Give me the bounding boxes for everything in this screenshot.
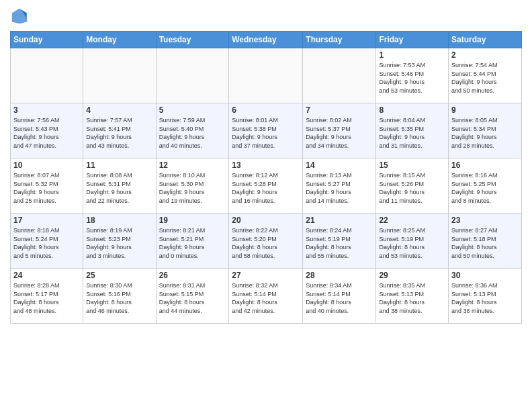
calendar-cell: 7Sunrise: 8:02 AM Sunset: 5:37 PM Daylig… <box>303 103 376 158</box>
day-number: 4 <box>86 105 152 115</box>
calendar-cell: 29Sunrise: 8:35 AM Sunset: 5:13 PM Dayli… <box>376 269 449 324</box>
day-number: 27 <box>232 271 300 280</box>
calendar-cell <box>83 48 156 103</box>
day-number: 15 <box>379 161 445 170</box>
day-info: Sunrise: 7:56 AM Sunset: 5:43 PM Dayligh… <box>13 116 80 150</box>
day-number: 13 <box>232 161 300 170</box>
day-number: 30 <box>451 271 519 280</box>
day-info: Sunrise: 8:12 AM Sunset: 5:28 PM Dayligh… <box>232 171 300 205</box>
day-info: Sunrise: 8:25 AM Sunset: 5:19 PM Dayligh… <box>379 226 445 260</box>
calendar-cell: 30Sunrise: 8:36 AM Sunset: 5:13 PM Dayli… <box>449 269 522 324</box>
calendar-cell: 27Sunrise: 8:32 AM Sunset: 5:14 PM Dayli… <box>229 269 303 324</box>
day-number: 1 <box>379 50 445 60</box>
day-info: Sunrise: 8:27 AM Sunset: 5:18 PM Dayligh… <box>451 226 519 260</box>
day-info: Sunrise: 8:13 AM Sunset: 5:27 PM Dayligh… <box>306 171 373 205</box>
calendar-cell: 4Sunrise: 7:57 AM Sunset: 5:41 PM Daylig… <box>83 103 156 158</box>
calendar-cell: 3Sunrise: 7:56 AM Sunset: 5:43 PM Daylig… <box>11 103 83 158</box>
weekday-header-row: SundayMondayTuesdayWednesdayThursdayFrid… <box>11 32 522 48</box>
day-number: 9 <box>451 105 519 115</box>
day-info: Sunrise: 8:21 AM Sunset: 5:21 PM Dayligh… <box>159 226 226 260</box>
day-number: 8 <box>379 105 445 115</box>
header <box>10 7 522 26</box>
day-info: Sunrise: 8:18 AM Sunset: 5:24 PM Dayligh… <box>13 226 80 260</box>
day-info: Sunrise: 8:35 AM Sunset: 5:13 PM Dayligh… <box>379 281 445 315</box>
day-info: Sunrise: 8:15 AM Sunset: 5:26 PM Dayligh… <box>379 171 445 205</box>
weekday-header-sunday: Sunday <box>11 32 83 48</box>
calendar-cell: 18Sunrise: 8:19 AM Sunset: 5:23 PM Dayli… <box>83 214 156 269</box>
day-number: 6 <box>232 105 300 115</box>
calendar-cell: 25Sunrise: 8:30 AM Sunset: 5:16 PM Dayli… <box>83 269 156 324</box>
day-number: 16 <box>451 161 519 170</box>
week-row-1: 1Sunrise: 7:53 AM Sunset: 5:46 PM Daylig… <box>11 48 522 103</box>
day-info: Sunrise: 8:24 AM Sunset: 5:19 PM Dayligh… <box>306 226 373 260</box>
day-info: Sunrise: 8:28 AM Sunset: 5:17 PM Dayligh… <box>13 281 80 315</box>
calendar-cell: 20Sunrise: 8:22 AM Sunset: 5:20 PM Dayli… <box>229 214 303 269</box>
calendar-cell: 15Sunrise: 8:15 AM Sunset: 5:26 PM Dayli… <box>376 158 449 214</box>
day-info: Sunrise: 8:04 AM Sunset: 5:35 PM Dayligh… <box>379 116 445 150</box>
day-number: 26 <box>159 271 226 280</box>
page: SundayMondayTuesdayWednesdayThursdayFrid… <box>0 0 532 411</box>
calendar-cell: 10Sunrise: 8:07 AM Sunset: 5:32 PM Dayli… <box>11 158 83 214</box>
day-number: 19 <box>159 216 226 225</box>
day-number: 5 <box>159 105 226 115</box>
day-info: Sunrise: 7:57 AM Sunset: 5:41 PM Dayligh… <box>86 116 152 150</box>
day-number: 17 <box>13 216 80 225</box>
day-info: Sunrise: 8:34 AM Sunset: 5:14 PM Dayligh… <box>306 281 373 315</box>
weekday-header-friday: Friday <box>376 32 449 48</box>
svg-marker-0 <box>12 9 27 24</box>
calendar-cell <box>303 48 376 103</box>
day-number: 18 <box>86 216 152 225</box>
day-info: Sunrise: 8:05 AM Sunset: 5:34 PM Dayligh… <box>451 116 519 150</box>
day-number: 10 <box>13 161 80 170</box>
calendar-cell: 6Sunrise: 8:01 AM Sunset: 5:38 PM Daylig… <box>229 103 303 158</box>
day-info: Sunrise: 8:10 AM Sunset: 5:30 PM Dayligh… <box>159 171 226 205</box>
calendar-cell: 22Sunrise: 8:25 AM Sunset: 5:19 PM Dayli… <box>376 214 449 269</box>
calendar-cell: 21Sunrise: 8:24 AM Sunset: 5:19 PM Dayli… <box>303 214 376 269</box>
week-row-4: 17Sunrise: 8:18 AM Sunset: 5:24 PM Dayli… <box>11 214 522 269</box>
weekday-header-monday: Monday <box>83 32 156 48</box>
logo <box>10 7 32 26</box>
day-info: Sunrise: 8:16 AM Sunset: 5:25 PM Dayligh… <box>451 171 519 205</box>
weekday-header-thursday: Thursday <box>303 32 376 48</box>
calendar-cell: 19Sunrise: 8:21 AM Sunset: 5:21 PM Dayli… <box>156 214 229 269</box>
day-number: 25 <box>86 271 152 280</box>
weekday-header-saturday: Saturday <box>449 32 522 48</box>
calendar-cell: 26Sunrise: 8:31 AM Sunset: 5:15 PM Dayli… <box>156 269 229 324</box>
day-info: Sunrise: 8:22 AM Sunset: 5:20 PM Dayligh… <box>232 226 300 260</box>
day-info: Sunrise: 8:36 AM Sunset: 5:13 PM Dayligh… <box>451 281 519 315</box>
day-number: 14 <box>306 161 373 170</box>
calendar: SundayMondayTuesdayWednesdayThursdayFrid… <box>10 31 522 324</box>
day-info: Sunrise: 8:01 AM Sunset: 5:38 PM Dayligh… <box>232 116 300 150</box>
day-number: 21 <box>306 216 373 225</box>
day-number: 3 <box>13 105 80 115</box>
day-number: 2 <box>451 50 519 60</box>
weekday-header-tuesday: Tuesday <box>156 32 229 48</box>
day-info: Sunrise: 7:59 AM Sunset: 5:40 PM Dayligh… <box>159 116 226 150</box>
day-number: 29 <box>379 271 445 280</box>
day-info: Sunrise: 8:30 AM Sunset: 5:16 PM Dayligh… <box>86 281 152 315</box>
calendar-cell: 9Sunrise: 8:05 AM Sunset: 5:34 PM Daylig… <box>449 103 522 158</box>
calendar-cell: 23Sunrise: 8:27 AM Sunset: 5:18 PM Dayli… <box>449 214 522 269</box>
week-row-2: 3Sunrise: 7:56 AM Sunset: 5:43 PM Daylig… <box>11 103 522 158</box>
calendar-cell <box>156 48 229 103</box>
day-info: Sunrise: 8:32 AM Sunset: 5:14 PM Dayligh… <box>232 281 300 315</box>
day-number: 7 <box>306 105 373 115</box>
day-info: Sunrise: 8:02 AM Sunset: 5:37 PM Dayligh… <box>306 116 373 150</box>
day-info: Sunrise: 8:07 AM Sunset: 5:32 PM Dayligh… <box>13 171 80 205</box>
day-number: 12 <box>159 161 226 170</box>
calendar-cell: 2Sunrise: 7:54 AM Sunset: 5:44 PM Daylig… <box>449 48 522 103</box>
calendar-cell: 28Sunrise: 8:34 AM Sunset: 5:14 PM Dayli… <box>303 269 376 324</box>
calendar-cell: 1Sunrise: 7:53 AM Sunset: 5:46 PM Daylig… <box>376 48 449 103</box>
weekday-header-wednesday: Wednesday <box>229 32 303 48</box>
day-info: Sunrise: 8:08 AM Sunset: 5:31 PM Dayligh… <box>86 171 152 205</box>
calendar-cell: 24Sunrise: 8:28 AM Sunset: 5:17 PM Dayli… <box>11 269 83 324</box>
day-number: 20 <box>232 216 300 225</box>
calendar-cell: 16Sunrise: 8:16 AM Sunset: 5:25 PM Dayli… <box>449 158 522 214</box>
day-info: Sunrise: 7:54 AM Sunset: 5:44 PM Dayligh… <box>451 61 519 95</box>
day-info: Sunrise: 8:31 AM Sunset: 5:15 PM Dayligh… <box>159 281 226 315</box>
calendar-cell: 13Sunrise: 8:12 AM Sunset: 5:28 PM Dayli… <box>229 158 303 214</box>
calendar-cell <box>11 48 83 103</box>
calendar-cell: 12Sunrise: 8:10 AM Sunset: 5:30 PM Dayli… <box>156 158 229 214</box>
week-row-3: 10Sunrise: 8:07 AM Sunset: 5:32 PM Dayli… <box>11 158 522 214</box>
logo-icon <box>10 7 29 26</box>
